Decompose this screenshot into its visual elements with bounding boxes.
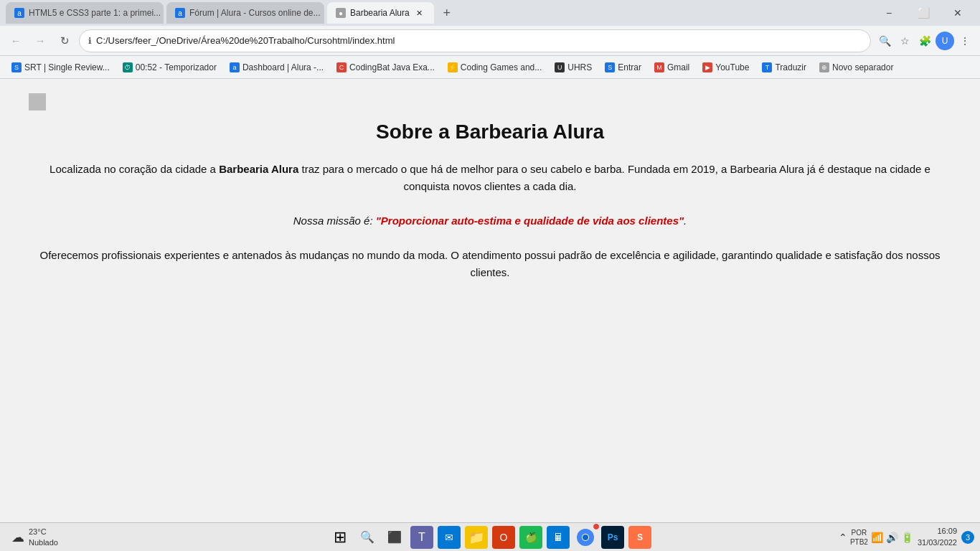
bookmark-codinggames-favicon: ⚡ [448,62,458,72]
bookmark-translate-label: Traduzir [775,62,806,72]
bookmark-entrar-favicon: S [605,62,615,72]
bookmark-codingbat-favicon: C [336,62,347,72]
close-button[interactable]: ✕ [941,0,974,26]
new-tab-button[interactable]: + [437,3,457,23]
bookmark-codingbat[interactable]: C CodingBat Java Exa... [331,59,440,76]
bookmark-entrar[interactable]: S Entrar [599,59,647,76]
bookmark-translate-favicon: T [762,62,772,72]
profile-button[interactable]: U [936,32,954,50]
svg-point-2 [583,534,588,540]
bookmark-youtube-favicon: ▶ [702,62,712,72]
weather-widget[interactable]: ☁ 23°C Nublado [6,527,64,547]
window-controls: − ⬜ ✕ [872,0,974,26]
wifi-icon[interactable]: 📶 [871,532,883,543]
photoshop-button[interactable]: Ps [601,526,624,549]
chevron-up-icon[interactable]: ⌃ [839,532,847,543]
bookmark-gmail-favicon: M [654,62,664,72]
bookmark-alura-favicon: a [230,62,240,72]
calculator-button[interactable]: 🖩 [547,526,570,549]
address-bar-actions: 🔍 ☆ 🧩 U ⋮ [875,32,974,50]
tab-2[interactable]: a Fórum | Alura - Cursos online de... ✕ [166,2,324,24]
temperature: 23°C [29,527,58,537]
bookmark-timer-label: 00:52 - Temporizador [136,62,217,72]
notification-badge[interactable]: 3 [961,531,974,544]
extension-button[interactable]: 🧩 [915,32,934,50]
weather-condition: Nublado [29,537,58,547]
tab3-close[interactable]: ✕ [414,7,425,19]
refresh-button[interactable]: ↻ [55,31,75,51]
back-button[interactable]: ← [6,31,26,51]
bookmark-translate[interactable]: T Traduzir [756,59,812,76]
battery-icon[interactable]: 🔋 [901,532,913,543]
bookmark-uhrs[interactable]: U UHRS [549,59,598,76]
weather-icon: ☁ [11,529,24,545]
minimize-button[interactable]: − [872,0,905,26]
url-security-icon: ℹ [88,36,92,46]
bookmark-youtube[interactable]: ▶ YouTube [697,59,755,76]
bookmark-codinggames-label: Coding Games and... [461,62,542,72]
clock[interactable]: 16:09 31/03/2022 [918,526,957,548]
clock-time: 16:09 [918,526,957,537]
tab1-label: HTML5 e CSS3 parte 1: a primei... [29,8,161,18]
task-view-button[interactable]: ⬛ [383,526,406,549]
bookmark-youtube-label: YouTube [715,62,749,72]
explorer-button[interactable]: 📁 [465,526,488,549]
keyboard-layout: POR PTB2 [850,528,868,547]
tab2-favicon: a [175,8,185,18]
bookmark-uhrs-favicon: U [555,62,565,72]
mission-label: Nossa missão é: [293,215,376,227]
bookmark-codinggames[interactable]: ⚡ Coding Games and... [442,59,547,76]
tab3-favicon: ● [336,8,346,18]
bookmarks-bar: S SRT | Single Review... ⏱ 00:52 - Tempo… [0,56,980,79]
tab3-label: Barbearia Alura [350,8,410,18]
webpage-content: Sobre a Barbearia Alura Localizada no co… [0,79,980,522]
bookmark-timer-favicon: ⏱ [123,62,133,72]
mission-period: . [684,215,687,227]
chrome-button[interactable] [574,526,597,549]
maximize-button[interactable]: ⬜ [907,0,940,26]
taskbar: ☁ 23°C Nublado ⊞ 🔍 ⬛ T ✉ 📁 O 🍏 🖩 Ps S [0,522,980,551]
search-action-button[interactable]: 🔍 [875,32,894,50]
weather-text: 23°C Nublado [29,527,58,547]
address-bar: ← → ↻ ℹ C:/Users/feer_/OneDrive/Área%20d… [0,26,980,56]
bookmark-new-tab-label: Novo separador [832,62,893,72]
bookmark-button[interactable]: ☆ [895,32,914,50]
search-button[interactable]: 🔍 [356,526,379,549]
bookmark-entrar-label: Entrar [618,62,641,72]
mission-paragraph: Nossa missão é: "Proporcionar auto-estim… [31,212,949,230]
mission-text: "Proporcionar auto-estima e qualidade de… [376,215,684,227]
bookmark-alura[interactable]: a Dashboard | Alura -... [224,59,329,76]
forward-button[interactable]: → [30,31,50,51]
paragraph-1: Localizada no coração da cidade a Barbea… [31,161,949,195]
bookmark-srt[interactable]: S SRT | Single Review... [6,59,116,76]
teams-button[interactable]: T [410,526,433,549]
title-bar: a HTML5 e CSS3 parte 1: a primei... ✕ a … [0,0,980,26]
paragraph-3: Oferecemos profissionais experientes e a… [31,247,949,281]
bookmark-alura-label: Dashboard | Alura -... [242,62,324,72]
mail-button[interactable]: ✉ [438,526,461,549]
bookmark-new-tab-favicon: ⊕ [819,62,829,72]
bookmark-srt-label: SRT | Single Review... [24,62,110,72]
paragraph1-suffix: traz para o mercado o que há de melhor p… [298,163,930,192]
url-bar[interactable]: ℹ C:/Users/feer_/OneDrive/Área%20de%20Tr… [79,29,871,52]
clock-date: 31/03/2022 [918,537,957,548]
office-button[interactable]: O [492,526,515,549]
bookmark-gmail-label: Gmail [667,62,689,72]
bookmark-timer[interactable]: ⏱ 00:52 - Temporizador [117,59,222,76]
sublime-button[interactable]: S [628,526,651,549]
taskbar-center-icons: ⊞ 🔍 ⬛ T ✉ 📁 O 🍏 🖩 Ps S [329,526,651,549]
iphone-button[interactable]: 🍏 [519,526,542,549]
menu-button[interactable]: ⋮ [956,32,974,50]
keyboard-code: PTB2 [850,537,868,547]
tab-3[interactable]: ● Barbearia Alura ✕ [327,2,434,24]
bookmark-uhrs-label: UHRS [567,62,592,72]
bookmark-srt-favicon: S [11,62,22,72]
start-button[interactable]: ⊞ [329,526,352,549]
bookmark-gmail[interactable]: M Gmail [649,59,695,76]
language-label: POR [850,528,868,537]
brand-name-bold: Barbearia Alura [219,163,298,175]
bookmark-new-tab[interactable]: ⊕ Novo separador [814,59,899,76]
tab-1[interactable]: a HTML5 e CSS3 parte 1: a primei... ✕ [6,2,164,24]
volume-icon[interactable]: 🔊 [886,532,898,543]
page-logo-image [29,93,46,110]
